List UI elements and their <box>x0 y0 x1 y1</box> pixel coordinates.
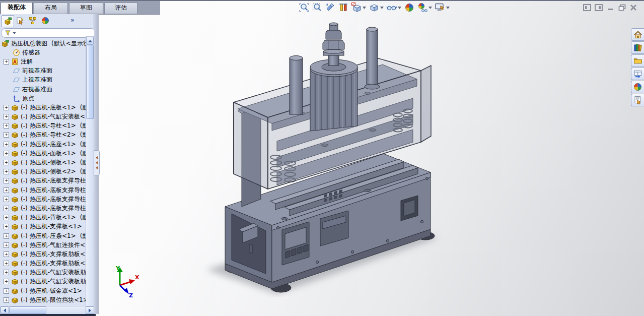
taskpane-tab-file-explorer[interactable] <box>631 54 644 67</box>
tree-item[interactable]: 前视基准面 <box>1 67 86 76</box>
tree-item[interactable]: +(-)热压机-支撑板肋板<2 <box>1 259 86 268</box>
tree-filter-bar[interactable] <box>1 28 96 38</box>
tree-expander[interactable]: + <box>4 114 9 119</box>
panel-collapse-handle[interactable] <box>94 150 100 175</box>
view-orientation-button[interactable] <box>350 2 367 13</box>
tree-item[interactable]: +(-)热压机-底座<1>(默 <box>1 140 86 149</box>
tree-expander[interactable]: + <box>4 160 9 165</box>
panel-tabs-overflow[interactable]: » <box>70 17 75 24</box>
command-tab-1[interactable]: 装配体 <box>1 2 33 14</box>
view-settings-dropdown-caret[interactable] <box>428 2 433 13</box>
magnified-selection-button[interactable] <box>324 2 336 13</box>
command-tab-4[interactable]: 评估 <box>104 3 137 14</box>
tree-item[interactable]: 原点 <box>1 94 86 103</box>
file-explorer-icon <box>633 56 642 65</box>
tree-expander[interactable]: + <box>4 105 9 110</box>
tree-expander[interactable]: + <box>4 151 9 156</box>
screen-options-dropdown-caret[interactable] <box>446 2 450 13</box>
tree-item[interactable]: +(-)热压机-支撑板肋板< <box>1 249 86 259</box>
tree-item[interactable]: +(-)热压机-侧板<1>(默 <box>1 158 86 167</box>
tree-item[interactable]: +注解 <box>1 57 86 66</box>
tree-expander[interactable]: + <box>4 59 9 65</box>
tree-item[interactable]: +(-)热压机-底板支撑导柱 <box>1 185 86 195</box>
panel-tab-property-manager[interactable] <box>14 15 26 26</box>
close-button[interactable] <box>629 4 637 12</box>
taskpane-tab-appearances-scenes[interactable] <box>631 81 644 93</box>
tree-item[interactable]: +(-)热压机-气缸安装板< <box>1 112 86 121</box>
display-style-dropdown-caret[interactable] <box>380 2 384 13</box>
tree-expander[interactable]: + <box>4 251 9 257</box>
tree-expander[interactable]: + <box>4 270 9 275</box>
panel-splitter[interactable] <box>94 14 99 314</box>
tree-item[interactable]: +(-)热压机-限位挡块<1> <box>1 295 86 304</box>
section-view-button[interactable] <box>337 2 349 13</box>
tree-expander[interactable]: + <box>4 197 9 202</box>
tree-expander[interactable]: + <box>4 242 9 248</box>
tree-item[interactable]: +(-)热压机-支撑板<1>( <box>1 222 86 231</box>
suppressed-state-prefix: (-) <box>21 196 28 203</box>
tree-item[interactable]: +(-)热压机-气缸安装板肋 <box>1 277 86 286</box>
tree-item-label: 热压机-面板<1> <box>30 149 76 158</box>
zoom-to-fit-button[interactable] <box>298 2 310 13</box>
tree-item[interactable]: +(-)热压机-底板支撑导柱 <box>1 195 86 204</box>
toggle-right-pane-button[interactable] <box>595 4 603 12</box>
tree-expander[interactable]: + <box>4 206 9 211</box>
tree-expander[interactable]: + <box>4 261 9 266</box>
tree-expander[interactable]: + <box>4 297 9 303</box>
command-tab-3[interactable]: 草图 <box>69 3 103 14</box>
tree-item[interactable]: +(-)热压机-钣金罩<1>( <box>1 286 86 295</box>
taskpane-tab-design-library[interactable] <box>631 41 644 54</box>
tree-expander[interactable]: + <box>4 233 9 239</box>
suppressed-state-prefix: (-) <box>21 205 28 212</box>
tree-expander[interactable]: + <box>4 279 9 284</box>
tree-expander[interactable]: + <box>4 288 9 294</box>
tree-expander[interactable]: + <box>4 169 9 174</box>
tree-expander[interactable]: + <box>4 224 9 229</box>
tree-item[interactable]: +(-)热压机-底板支撑导柱 <box>1 176 86 185</box>
apply-scene-button[interactable] <box>403 2 415 13</box>
suppressed-state-prefix: (-) <box>21 150 28 157</box>
tree-item[interactable]: +(-)热压机-导柱<1>(默 <box>1 121 86 131</box>
tree-item[interactable]: +(-)热压机-底板<1>(默 <box>1 103 86 112</box>
view-settings-button[interactable] <box>416 2 433 13</box>
tree-item[interactable]: 传感器 <box>1 48 86 57</box>
panel-tab-configuration-manager[interactable] <box>27 15 38 26</box>
panel-tab-featuremanager-design-tree[interactable] <box>2 15 14 27</box>
taskpane-tab-solidworks-resources[interactable] <box>631 28 644 41</box>
tree-item[interactable]: +(-)热压机-压条<1>(默 <box>1 231 86 240</box>
tree-item[interactable]: 右视基准面 <box>1 85 86 94</box>
tree-item[interactable]: +(-)热压机-气缸安装板肋 <box>1 268 86 277</box>
tree-item[interactable]: 热压机总装图(默认<显示状 <box>1 39 86 48</box>
tree-expander[interactable]: + <box>4 215 9 220</box>
tree-expander[interactable]: + <box>4 123 9 129</box>
tree-expander[interactable]: + <box>4 132 9 138</box>
tree-item[interactable]: +(-)热压机-面板<1>(默 <box>1 149 86 158</box>
filter-dropdown-caret[interactable] <box>13 32 16 34</box>
tree-item[interactable]: +(-)热压机-背板<1>(默 <box>1 213 86 222</box>
command-tab-2[interactable]: 布局 <box>34 3 68 14</box>
tree-item[interactable]: +(-)热压机-底板支撑导柱 <box>1 204 86 213</box>
tree-expander[interactable]: + <box>4 187 9 193</box>
tree-item-label: 热压机-底板支撑导柱 <box>30 195 86 204</box>
zoom-to-area-button[interactable] <box>311 2 323 13</box>
tree-item[interactable]: 上视基准面 <box>1 76 86 85</box>
tree-item[interactable]: +(-)热压机-气缸连接件< <box>1 240 86 249</box>
hide-show-items-dropdown-caret[interactable] <box>397 2 402 13</box>
screen-options-button[interactable] <box>434 2 451 13</box>
tree-item-label: 前视基准面 <box>22 67 52 75</box>
taskpane-tab-custom-properties[interactable] <box>631 94 644 106</box>
tree-vertical-scrollbar[interactable] <box>86 36 94 315</box>
tree-expander[interactable]: + <box>4 142 9 147</box>
display-style-button[interactable] <box>368 2 385 13</box>
restore-button[interactable] <box>618 4 626 12</box>
tree-item[interactable]: +(-)热压机-导柱<2>(默 <box>1 131 86 140</box>
tree-item[interactable]: +(-)热压机-侧板<2>(默 <box>1 167 86 176</box>
tree-expander[interactable]: + <box>4 178 9 183</box>
view-orientation-dropdown-caret[interactable] <box>362 2 367 13</box>
3d-model-hot-press-assembly[interactable] <box>201 10 463 297</box>
toggle-left-pane-button[interactable] <box>583 4 591 12</box>
minimize-button[interactable] <box>606 4 614 12</box>
taskpane-tab-view-palette[interactable] <box>631 68 644 80</box>
panel-tab-display-manager[interactable] <box>39 15 51 26</box>
hide-show-items-button[interactable] <box>386 2 402 13</box>
